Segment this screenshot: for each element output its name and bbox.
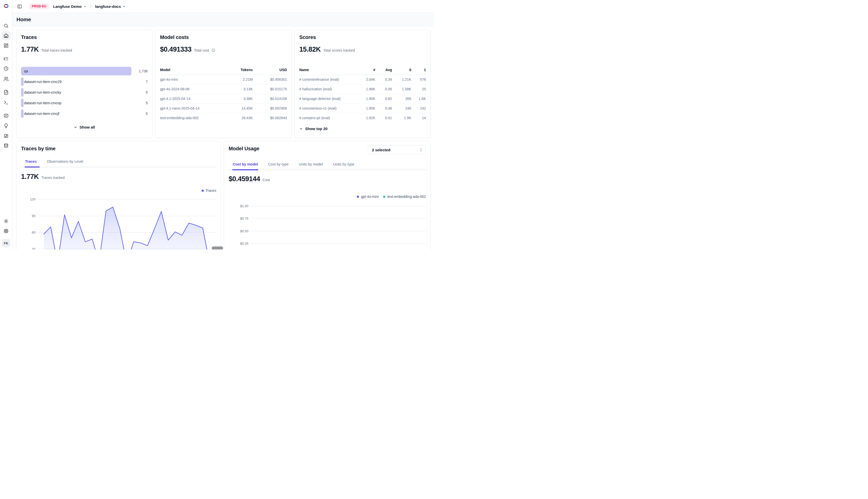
show-all-button[interactable]: Show all [16, 125, 152, 129]
table-cell: # hallucination (eval) [299, 87, 357, 91]
sidebar-users-icon[interactable] [1, 74, 11, 84]
sidebar-evaluation-icon[interactable] [1, 111, 11, 120]
table-cell: gpt-4.1-2025-04-14 [160, 97, 224, 101]
trace-bar-track: dataset-run-item-cmcky [21, 88, 131, 97]
scores-card: Scores 15.82K Total scores tracked Name#… [295, 29, 431, 138]
sidebar-settings-icon[interactable] [1, 217, 11, 226]
sidebar-search-icon[interactable] [1, 21, 11, 31]
table-cell: 1.95K [357, 97, 375, 101]
table-cell: 25 [411, 87, 426, 91]
sidebar-dashboards-icon[interactable] [1, 41, 11, 50]
trace-bar [21, 67, 131, 75]
model-usage-card: Model Usage 2 selected Cost by model Cos… [224, 141, 431, 250]
org-switcher[interactable]: Langfuse Demo [53, 4, 87, 9]
trace-bar [21, 109, 24, 118]
langfuse-logo-icon [3, 3, 9, 9]
tab-units-by-model[interactable]: Units by model [299, 162, 323, 166]
project-switcher[interactable]: langfuse-docs [95, 4, 126, 9]
user-avatar[interactable]: FK [2, 239, 10, 247]
tab-observations-by-level[interactable]: Observations by Level [47, 159, 83, 163]
table-cell: gpt-4o-2024-08-06 [160, 87, 224, 91]
table-cell: 1.92K [357, 116, 375, 120]
trace-count: 7 [131, 80, 147, 84]
svg-text:30: 30 [32, 247, 35, 250]
horizontal-scrollbar-thumb[interactable] [212, 246, 223, 250]
column-header: Tokens [224, 68, 253, 72]
sidebar-home-icon[interactable] [1, 31, 11, 40]
model-costs-table: ModelTokensUSDgpt-4o-mini2.21M$0.456301g… [160, 68, 287, 123]
tab-cost-by-type[interactable]: Cost by type [268, 162, 289, 166]
sidebar-playground-icon[interactable] [1, 98, 11, 107]
sidebar-prompts-icon[interactable] [1, 88, 11, 97]
environment-badge: PROD-EU [29, 3, 49, 9]
model-costs-card: Model costs $0.491333 Total cost ModelTo… [155, 29, 292, 138]
chevron-down-icon [299, 127, 303, 131]
table-cell: 0.82 [375, 97, 392, 101]
trace-bar [21, 77, 24, 86]
trace-bar-row: qa1,736 [21, 66, 147, 76]
info-icon[interactable] [212, 48, 215, 53]
traces-by-time-card: Traces by time Traces Observations by Le… [16, 141, 221, 250]
usage-cost-metric: $0.459144 [229, 175, 260, 183]
org-name: Langfuse Demo [53, 4, 82, 9]
table-cell: 0.01 [375, 116, 392, 120]
legend-label: Traces [206, 188, 216, 193]
table-row: gpt-4.1-nano-2025-04-1414.45K$0.002906 [160, 104, 287, 113]
table-cell: 14 [411, 116, 426, 120]
traces-bar-list: qa1,736dataset-run-item-cmc297dataset-ru… [21, 66, 147, 119]
trace-bar-track: qa [21, 67, 131, 75]
sidebar-support-icon[interactable] [1, 227, 11, 235]
sidebar-lightbulb-icon[interactable] [1, 121, 11, 130]
table-cell: 2.21M [224, 77, 253, 82]
sidebar-toggle-button[interactable] [16, 3, 23, 10]
trace-name: dataset-run-item-cmcvp [24, 101, 61, 105]
column-header: 1 [411, 68, 426, 72]
legend-label: text-embedding-ada-002 [387, 195, 426, 199]
model-usage-tabs: Cost by model Cost by type Units by mode… [233, 162, 354, 166]
tab-traces[interactable]: Traces [25, 159, 37, 163]
sidebar-sessions-icon[interactable] [1, 64, 11, 73]
table-cell: 242 [411, 106, 426, 110]
sidebar-tracing-icon[interactable] [1, 54, 11, 63]
trace-bar [21, 99, 24, 107]
svg-text:60: 60 [32, 231, 35, 234]
table-cell: $0.015175 [253, 87, 287, 91]
table-cell: $0.002843 [253, 116, 287, 120]
page-title: Home [16, 16, 31, 23]
table-cell: $0.014108 [253, 97, 287, 101]
column-header: Avg [375, 68, 392, 72]
legend-dot-icon [383, 196, 385, 198]
svg-text:$0.50: $0.50 [240, 229, 248, 233]
tab-cost-by-model[interactable]: Cost by model [233, 162, 258, 166]
table-cell: 355 [392, 97, 411, 101]
svg-text:90: 90 [32, 214, 35, 218]
table-cell: # contains-pii (eval) [299, 116, 357, 120]
tab-units-by-type[interactable]: Units by type [333, 162, 354, 166]
trace-bar-row: dataset-run-item-cmcjf5 [21, 108, 147, 119]
trace-name: dataset-run-item-cmcky [24, 90, 61, 94]
sidebar-datasets-icon[interactable] [1, 141, 11, 150]
total-cost-label: Total cost [194, 48, 209, 52]
column-header: # [357, 68, 375, 72]
legend-item: Traces [202, 188, 216, 193]
legend-item: text-embedding-ada-002 [383, 195, 426, 199]
traces-by-time-tabs: Traces Observations by Level [25, 159, 83, 163]
trace-count: 5 [131, 90, 147, 94]
table-cell: gpt-4.1-nano-2025-04-14 [160, 106, 224, 110]
table-cell: 240 [392, 106, 411, 110]
trace-name: qa [24, 69, 28, 73]
traces-card-title: Traces [21, 34, 37, 40]
table-cell: 1.6K [411, 97, 426, 101]
column-header: Name [299, 68, 357, 72]
model-select-value: 2 selected [372, 148, 419, 152]
topbar: PROD-EU Langfuse Demo / langfuse-docs [12, 0, 434, 13]
column-header: Model [160, 68, 224, 72]
model-select[interactable]: 2 selected [368, 145, 426, 154]
table-row: # hallucination (eval)1.96K0.051.58K25 [299, 85, 426, 94]
traces-total-metric: 1.77K [21, 46, 39, 53]
chevron-up-down-icon [419, 148, 423, 152]
sidebar-annotation-icon[interactable] [1, 131, 11, 141]
trace-bar-track: dataset-run-item-cmc29 [21, 77, 131, 86]
show-top-20-button[interactable]: Show top 20 [299, 126, 328, 131]
total-cost-metric: $0.491333 [160, 46, 191, 53]
